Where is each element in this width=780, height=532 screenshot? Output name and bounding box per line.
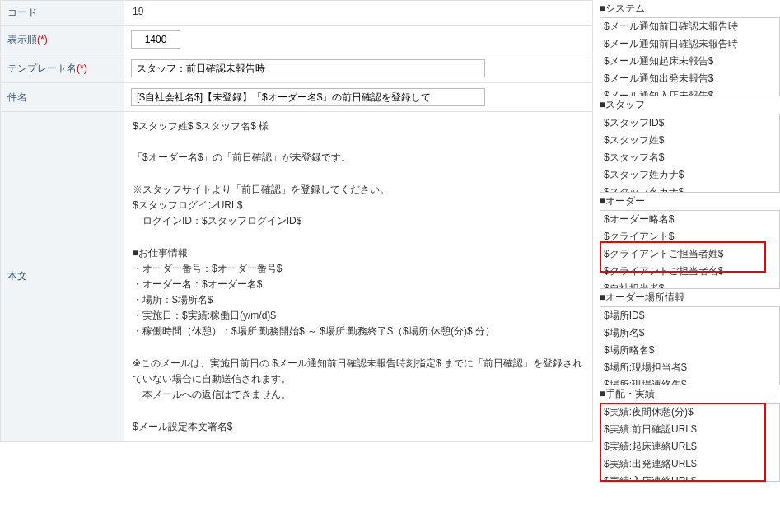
body-text[interactable]: $スタッフ姓$ $スタッフ名$ 様 「$オーダー名$」の「前日確認」が未登録です… [131,117,586,436]
variable-item[interactable]: $スタッフID$ [600,114,779,132]
variable-item[interactable]: $メール通知前日確認未報告時 [600,18,779,35]
variable-item[interactable]: $スタッフ名$ [600,149,779,166]
variable-item[interactable]: $場所:現場連絡先$ [600,376,779,385]
section-title: ■オーダー [600,194,780,208]
variable-item[interactable]: $実績:入店連絡URL$ [600,473,779,482]
body-label: 本文 [1,112,124,442]
variable-item[interactable]: $スタッフ姓カナ$ [600,166,779,184]
variable-list[interactable]: $場所ID$$場所名$$場所略名$$場所:現場担当者$$場所:現場連絡先$ [600,306,780,385]
order-input[interactable] [131,30,180,49]
variable-item[interactable]: $場所略名$ [600,342,779,359]
variable-item[interactable]: $自社担当者$ [600,280,779,289]
section-title: ■手配・実績 [600,387,780,401]
template-label: テンプレート名(*) [1,54,124,83]
variable-item[interactable]: $場所ID$ [600,307,779,324]
code-label: コード [1,1,124,26]
subject-input[interactable] [131,88,485,106]
variable-item[interactable]: $実績:起床連絡URL$ [600,438,779,455]
variable-item[interactable]: $メール通知起床未報告$ [600,53,779,70]
variable-item[interactable]: $実績:夜間休憩(分)$ [600,404,779,421]
section-title: ■オーダー場所情報 [600,291,780,305]
variable-item[interactable]: $クライアントご担当者姓$ [600,245,779,263]
code-value: 19 [124,1,593,26]
variable-item[interactable]: $実績:前日確認URL$ [600,421,779,438]
variable-list[interactable]: $メール通知前日確認未報告時$メール通知前日確認未報告時$メール通知起床未報告$… [600,17,780,96]
section-title: ■スタッフ [600,98,780,112]
template-input[interactable] [131,59,485,77]
variable-item[interactable]: $スタッフ名カナ$ [600,184,779,193]
order-label: 表示順(*) [1,26,124,54]
variable-item[interactable]: $オーダー略名$ [600,211,779,228]
subject-label: 件名 [1,83,124,112]
form-table: コード 19 表示順(*) テンプレート名(*) 件名 [0,0,593,442]
variable-item[interactable]: $場所名$ [600,324,779,342]
variable-list[interactable]: $実績:夜間休憩(分)$$実績:前日確認URL$$実績:起床連絡URL$$実績:… [600,403,780,482]
variable-list[interactable]: $スタッフID$$スタッフ姓$$スタッフ名$$スタッフ姓カナ$$スタッフ名カナ$ [600,114,780,193]
variable-item[interactable]: $スタッフ姓$ [600,132,779,149]
variable-sidebar: ■システム$メール通知前日確認未報告時$メール通知前日確認未報告時$メール通知起… [593,0,780,482]
variable-list[interactable]: $オーダー略名$$クライアント$$クライアントご担当者姓$$クライアントご担当者… [600,210,780,289]
variable-item[interactable]: $実績:出発連絡URL$ [600,455,779,473]
section-title: ■システム [600,2,780,16]
variable-item[interactable]: $メール通知入店未報告$ [600,87,779,96]
variable-item[interactable]: $クライアント$ [600,228,779,245]
variable-item[interactable]: $メール通知前日確認未報告時 [600,35,779,53]
variable-item[interactable]: $クライアントご担当者名$ [600,263,779,280]
variable-item[interactable]: $メール通知出発未報告$ [600,70,779,87]
variable-item[interactable]: $場所:現場担当者$ [600,359,779,376]
